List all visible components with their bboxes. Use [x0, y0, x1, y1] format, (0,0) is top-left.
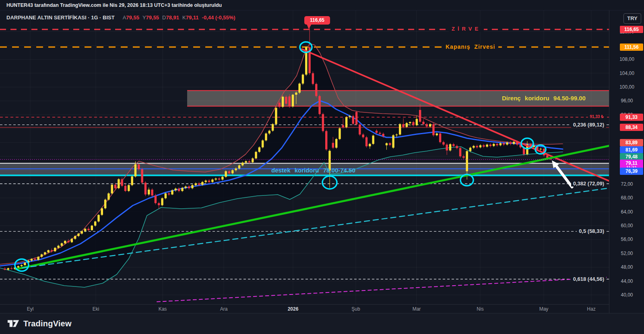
- candle-body: [402, 124, 404, 127]
- candle-body: [248, 161, 250, 162]
- kapanis-zirvesi-level-label[interactable]: Kapanış Zirvesi: [443, 44, 498, 50]
- price-tick: 48,00: [609, 264, 644, 270]
- candle-body: [392, 135, 394, 148]
- candle-body: [148, 190, 150, 195]
- candle-body: [195, 183, 197, 185]
- price-badge: 111,56: [620, 44, 643, 51]
- price-badge: 91,33: [620, 114, 643, 121]
- candle-body: [17, 266, 19, 268]
- candle-body: [298, 84, 300, 93]
- symbol-legend[interactable]: DARPHANE ALTIN SERTİFİKASI · 1G · BISTA7…: [6, 15, 235, 21]
- candle-body: [144, 183, 147, 194]
- price-tick: 68,00: [609, 195, 644, 201]
- candle-body: [158, 203, 160, 205]
- fib-05-label: 0,5 (58,33): [577, 228, 606, 234]
- candle-body: [442, 142, 444, 145]
- candle-body: [399, 124, 401, 135]
- candle-body: [493, 144, 495, 146]
- candle-body: [124, 186, 126, 191]
- candle-body: [168, 193, 170, 195]
- support-zone-label[interactable]: destek koridoru 78.00-74.50: [268, 167, 358, 174]
- candle-body: [161, 198, 163, 205]
- candle-body: [352, 116, 354, 124]
- candle-body: [31, 259, 33, 261]
- currency-toggle-button[interactable]: TRY: [623, 13, 641, 24]
- candle-body: [175, 189, 177, 190]
- candle-body: [44, 252, 46, 254]
- candle-body: [292, 95, 294, 106]
- candle-body: [242, 163, 244, 166]
- candle-body: [396, 135, 398, 135]
- candle-body: [215, 178, 217, 180]
- candle-body: [466, 151, 468, 171]
- price-tick: 56,00: [609, 236, 644, 242]
- time-tick-2026: 2026: [288, 306, 299, 312]
- candle-body: [77, 234, 79, 236]
- tradingview-logo[interactable]: TradingView: [7, 319, 72, 328]
- candle-body: [473, 146, 475, 147]
- price-tick: 100,00: [609, 84, 644, 90]
- candle-body: [312, 73, 314, 84]
- price-badge: 116,65: [620, 26, 643, 33]
- peak-price-callout[interactable]: 116,65: [304, 16, 330, 25]
- candle-body: [211, 180, 213, 182]
- time-tick-Eyl: Eyl: [27, 306, 34, 312]
- candle-body: [376, 131, 378, 133]
- candle-body: [339, 128, 341, 139]
- fib-0618-label: 0,618 (44,56): [571, 276, 606, 282]
- time-tick-Şub: Şub: [351, 306, 360, 312]
- candle-body: [426, 124, 428, 127]
- candle-body: [335, 139, 337, 147]
- price-axis[interactable]: TRY 116,00112,00108,00104,00100,0096,009…: [609, 10, 644, 313]
- symbol-title[interactable]: DARPHANE ALTIN SERTİFİKASI · 1G · BIST: [6, 15, 115, 21]
- price-badge: 88,34: [620, 124, 643, 131]
- chart-canvas[interactable]: [0, 10, 609, 304]
- candle-body: [198, 183, 200, 185]
- candle-body: [155, 195, 157, 203]
- close-value: 79,11: [186, 15, 199, 21]
- candle-body: [412, 122, 414, 125]
- candle-body: [41, 254, 43, 257]
- time-tick-Nis: Nis: [477, 306, 483, 312]
- time-tick-Ara: Ara: [220, 306, 228, 312]
- candle-body: [205, 180, 207, 182]
- candle-body: [469, 148, 471, 151]
- candle-body: [369, 144, 371, 146]
- candle-body: [362, 135, 364, 137]
- candle-body: [238, 165, 240, 168]
- candle-body: [406, 123, 408, 127]
- candle-body: [359, 124, 361, 135]
- candle-body: [191, 185, 193, 188]
- candle-body: [372, 135, 374, 144]
- candle-body: [275, 108, 277, 124]
- resistance-zone-label[interactable]: Direnç koridoru 94.50-99.00: [499, 95, 588, 102]
- candle-body: [37, 257, 39, 260]
- candle-body: [318, 96, 320, 114]
- time-tick-May: May: [539, 306, 549, 312]
- candle-body: [432, 124, 434, 135]
- candle-body: [325, 131, 327, 149]
- candle-body: [231, 170, 233, 173]
- candle-body: [349, 116, 351, 117]
- candle-body: [47, 250, 49, 252]
- price-tick: 44,00: [609, 278, 644, 284]
- candle-body: [279, 103, 281, 107]
- candle-body: [503, 143, 505, 144]
- candle-body: [456, 146, 458, 148]
- candle-body: [114, 185, 116, 189]
- time-tick-Eki: Eki: [93, 306, 99, 312]
- time-axis[interactable]: EylEkiKasAra2026ŞubMarNisMayHaz: [0, 304, 609, 313]
- time-tick-Haz: Haz: [587, 306, 595, 312]
- candle-body: [21, 265, 23, 266]
- candle-body: [285, 97, 287, 104]
- candle-body: [265, 133, 267, 140]
- candle-body: [208, 180, 210, 182]
- candle-body: [540, 149, 542, 149]
- price-tick: 96,00: [609, 98, 644, 104]
- candle-body: [452, 144, 454, 146]
- candle-body: [365, 137, 367, 146]
- zirve-level-label[interactable]: ZİRVE: [449, 26, 484, 32]
- time-tick-Kas: Kas: [159, 306, 167, 312]
- candle-body: [486, 145, 488, 147]
- candle-body: [500, 143, 502, 145]
